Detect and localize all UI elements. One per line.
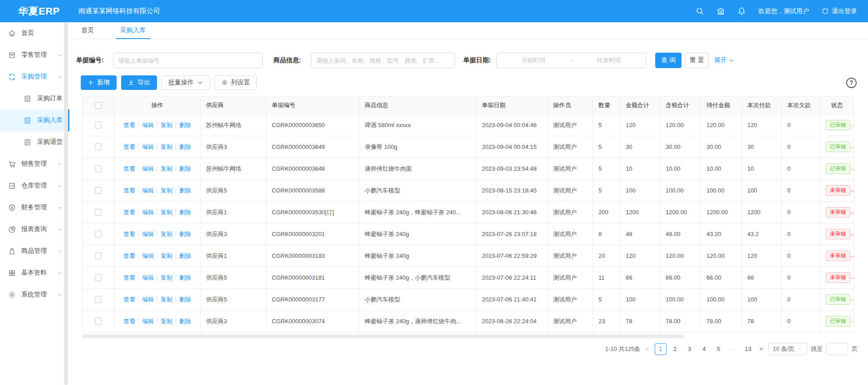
action-link-delete[interactable]: 删除 (179, 252, 191, 259)
cell-bill-no: CGRK00000003201 (266, 223, 359, 245)
pagination-ellipsis[interactable]: ··· (727, 343, 740, 355)
help-button[interactable]: ? (846, 78, 857, 88)
logout-button[interactable]: 退出登录 (821, 7, 857, 15)
row-checkbox[interactable] (95, 122, 102, 128)
sidebar-item-finance[interactable]: 财务管理 (0, 197, 69, 218)
sidebar-item-basic[interactable]: 基本资料 (0, 262, 69, 284)
action-link-view[interactable]: 查看 (123, 274, 135, 281)
action-link-copy[interactable]: 复制 (161, 274, 172, 281)
row-checkbox[interactable] (95, 274, 102, 281)
action-link-delete[interactable]: 删除 (179, 231, 191, 237)
sidebar-item-goods[interactable]: 商品管理 (0, 240, 69, 262)
page-button-5[interactable]: 5 (713, 343, 725, 355)
sidebar-item-reports[interactable]: 报表查询 (0, 218, 69, 240)
page-button-1[interactable]: 1 (655, 343, 667, 355)
action-link-edit[interactable]: 编辑 (142, 252, 154, 259)
action-link-copy[interactable]: 复制 (161, 143, 172, 150)
tab-home[interactable]: 首页 (74, 22, 101, 39)
action-link-copy[interactable]: 复制 (161, 231, 172, 237)
page-button-3[interactable]: 3 (684, 343, 696, 355)
page-size-select[interactable]: 10 条/页 (768, 343, 807, 355)
tab-purchase-in[interactable]: 采购入库 (113, 22, 153, 39)
add-button[interactable]: 新增 (81, 75, 117, 90)
row-checkbox[interactable] (95, 187, 102, 194)
action-link-copy[interactable]: 复制 (161, 296, 172, 303)
next-page-button[interactable]: > (758, 346, 765, 352)
cell-product: 啤酒 580ml xxsxx (359, 114, 476, 136)
action-link-view[interactable]: 查看 (123, 122, 135, 128)
sidebar-item-sales[interactable]: 销售管理 (0, 153, 69, 175)
sidebar-item-system[interactable]: 系统管理 (0, 284, 69, 306)
prev-page-button[interactable]: < (644, 346, 651, 352)
action-link-delete[interactable]: 删除 (179, 274, 191, 281)
sidebar-item-warehouse[interactable]: 仓库管理 (0, 175, 69, 197)
sidebar-scrollbar[interactable] (64, 22, 68, 385)
row-checkbox[interactable] (95, 209, 102, 216)
cell-amount-total: 10 (620, 158, 660, 180)
jump-page-input[interactable] (826, 343, 848, 355)
action-link-edit[interactable]: 编辑 (142, 274, 154, 281)
horizontal-scrollbar[interactable] (82, 334, 853, 338)
export-button[interactable]: 导出 (121, 75, 157, 90)
action-link-copy[interactable]: 复制 (161, 122, 172, 128)
action-link-delete[interactable]: 删除 (179, 143, 191, 150)
row-checkbox[interactable] (95, 296, 102, 303)
page-button-2[interactable]: 2 (669, 343, 681, 355)
action-link-delete[interactable]: 删除 (179, 122, 191, 128)
action-link-edit[interactable]: 编辑 (142, 143, 154, 150)
sidebar-item-purchase-order[interactable]: 采购订单 (0, 88, 69, 109)
action-link-edit[interactable]: 编辑 (142, 187, 154, 194)
action-link-edit[interactable]: 编辑 (142, 296, 154, 303)
action-link-view[interactable]: 查看 (123, 252, 135, 259)
action-link-copy[interactable]: 复制 (161, 252, 172, 259)
action-link-delete[interactable]: 删除 (179, 165, 191, 172)
action-link-edit[interactable]: 编辑 (142, 231, 154, 237)
date-range-input[interactable]: 开始时间 ~ 结束时间 (496, 53, 646, 68)
page-button-4[interactable]: 4 (698, 343, 710, 355)
action-link-delete[interactable]: 删除 (179, 318, 191, 325)
row-checkbox[interactable] (95, 231, 102, 237)
action-link-delete[interactable]: 删除 (179, 296, 191, 303)
expand-filters-link[interactable]: 展开 (714, 56, 734, 64)
row-checkbox[interactable] (95, 318, 102, 325)
page-button-13[interactable]: 13 (742, 343, 754, 355)
bell-icon[interactable] (737, 7, 746, 15)
sidebar-item-purchase-in[interactable]: 采购入库 (0, 109, 69, 131)
batch-actions-button[interactable]: 批量操作 (162, 75, 210, 90)
action-link-edit[interactable]: 编辑 (142, 318, 154, 325)
action-link-view[interactable]: 查看 (123, 296, 135, 303)
bank-icon[interactable] (716, 7, 725, 15)
action-link-delete[interactable]: 删除 (179, 209, 191, 216)
bill-no-input[interactable] (113, 53, 263, 68)
action-link-view[interactable]: 查看 (123, 318, 135, 325)
action-link-copy[interactable]: 复制 (161, 187, 172, 194)
sidebar-item-home[interactable]: 首页 (0, 22, 69, 44)
column-settings-button[interactable]: 列设置 (215, 75, 257, 90)
row-checkbox[interactable] (95, 143, 102, 150)
search-button[interactable]: 查 询 (655, 53, 682, 68)
action-link-copy[interactable]: 复制 (161, 318, 172, 325)
column-header-12: 状态 (820, 97, 854, 114)
select-all-checkbox[interactable] (95, 102, 102, 109)
action-link-view[interactable]: 查看 (123, 165, 135, 172)
action-link-view[interactable]: 查看 (123, 209, 135, 216)
action-link-copy[interactable]: 复制 (161, 165, 172, 172)
action-link-delete[interactable]: 删除 (179, 187, 191, 194)
sidebar-item-purchase-return[interactable]: 采购退货 (0, 131, 69, 153)
action-link-edit[interactable]: 编辑 (142, 122, 154, 128)
action-link-edit[interactable]: 编辑 (142, 209, 154, 216)
search-icon[interactable] (696, 7, 704, 15)
reset-button[interactable]: 重 置 (685, 53, 709, 68)
row-checkbox[interactable] (95, 165, 102, 172)
action-link-view[interactable]: 查看 (123, 143, 135, 150)
action-link-edit[interactable]: 编辑 (142, 165, 154, 172)
action-link-copy[interactable]: 复制 (161, 209, 172, 216)
sidebar-item-purchase[interactable]: 采购管理 (0, 66, 69, 88)
action-link-view[interactable]: 查看 (123, 187, 135, 194)
row-checkbox[interactable] (95, 252, 102, 259)
material-input[interactable] (311, 53, 455, 68)
cell-qty: 11 (593, 267, 620, 289)
sidebar-item-retail[interactable]: 零售管理 (0, 44, 69, 66)
action-link-view[interactable]: 查看 (123, 231, 135, 237)
horizontal-scrollbar-thumb[interactable] (82, 334, 684, 338)
